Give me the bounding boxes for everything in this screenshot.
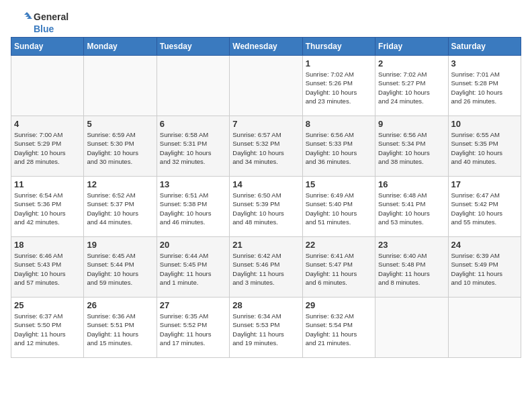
calendar-cell: 22Sunrise: 6:41 AM Sunset: 5:47 PM Dayli… — [302, 237, 375, 298]
day-info: Sunrise: 6:45 AM Sunset: 5:44 PM Dayligh… — [87, 251, 153, 287]
day-info: Sunrise: 7:00 AM Sunset: 5:29 PM Dayligh… — [14, 130, 81, 166]
week-row-4: 18Sunrise: 6:46 AM Sunset: 5:43 PM Dayli… — [11, 237, 521, 298]
day-info: Sunrise: 6:56 AM Sunset: 5:33 PM Dayligh… — [306, 130, 372, 166]
day-info: Sunrise: 6:55 AM Sunset: 5:35 PM Dayligh… — [451, 130, 518, 166]
day-number: 14 — [232, 179, 299, 189]
logo-blue-text: Blue — [34, 24, 54, 34]
header-cell-monday: Monday — [84, 38, 157, 56]
day-number: 4 — [14, 119, 81, 129]
calendar-cell: 2Sunrise: 7:02 AM Sunset: 5:27 PM Daylig… — [375, 56, 448, 116]
day-number: 22 — [306, 240, 372, 250]
week-row-2: 4Sunrise: 7:00 AM Sunset: 5:29 PM Daylig… — [11, 116, 521, 177]
calendar-cell: 15Sunrise: 6:49 AM Sunset: 5:40 PM Dayli… — [302, 177, 375, 237]
calendar-body: 1Sunrise: 7:02 AM Sunset: 5:26 PM Daylig… — [11, 56, 521, 358]
day-number: 29 — [306, 300, 372, 310]
day-number: 23 — [378, 240, 445, 250]
day-number: 2 — [378, 58, 445, 68]
calendar-cell: 27Sunrise: 6:35 AM Sunset: 5:52 PM Dayli… — [157, 298, 229, 358]
header-cell-sunday: Sunday — [11, 38, 84, 56]
day-info: Sunrise: 7:01 AM Sunset: 5:28 PM Dayligh… — [451, 70, 518, 105]
day-info: Sunrise: 6:46 AM Sunset: 5:43 PM Dayligh… — [14, 251, 81, 287]
day-info: Sunrise: 6:39 AM Sunset: 5:49 PM Dayligh… — [451, 251, 518, 287]
header-cell-friday: Friday — [375, 38, 448, 56]
day-number: 11 — [14, 179, 81, 189]
calendar-cell: 13Sunrise: 6:51 AM Sunset: 5:38 PM Dayli… — [157, 177, 229, 237]
calendar-cell — [157, 56, 229, 116]
day-info: Sunrise: 6:42 AM Sunset: 5:46 PM Dayligh… — [232, 251, 299, 287]
day-number: 21 — [232, 240, 299, 250]
day-number: 7 — [232, 119, 299, 129]
day-info: Sunrise: 7:02 AM Sunset: 5:26 PM Dayligh… — [306, 70, 372, 105]
day-info: Sunrise: 6:44 AM Sunset: 5:45 PM Dayligh… — [160, 251, 226, 287]
day-info: Sunrise: 6:32 AM Sunset: 5:54 PM Dayligh… — [306, 312, 372, 347]
header-cell-thursday: Thursday — [302, 38, 375, 56]
calendar-cell — [375, 298, 448, 358]
calendar-cell: 14Sunrise: 6:50 AM Sunset: 5:39 PM Dayli… — [230, 177, 302, 237]
calendar-cell: 9Sunrise: 6:56 AM Sunset: 5:34 PM Daylig… — [375, 116, 448, 177]
day-info: Sunrise: 6:56 AM Sunset: 5:34 PM Dayligh… — [378, 130, 445, 166]
day-info: Sunrise: 6:41 AM Sunset: 5:47 PM Dayligh… — [306, 251, 372, 287]
calendar-cell: 1Sunrise: 7:02 AM Sunset: 5:26 PM Daylig… — [302, 56, 375, 116]
day-number: 16 — [378, 179, 445, 189]
day-number: 15 — [306, 179, 372, 189]
calendar-cell: 16Sunrise: 6:48 AM Sunset: 5:41 PM Dayli… — [375, 177, 448, 237]
logo: General Blue — [11, 11, 69, 34]
day-info: Sunrise: 6:49 AM Sunset: 5:40 PM Dayligh… — [306, 191, 372, 226]
calendar-table: SundayMondayTuesdayWednesdayThursdayFrid… — [11, 37, 521, 358]
calendar-cell: 11Sunrise: 6:54 AM Sunset: 5:36 PM Dayli… — [11, 177, 84, 237]
day-info: Sunrise: 6:47 AM Sunset: 5:42 PM Dayligh… — [451, 191, 518, 226]
calendar-cell: 23Sunrise: 6:40 AM Sunset: 5:48 PM Dayli… — [375, 237, 448, 298]
day-number: 8 — [306, 119, 372, 129]
calendar-cell: 6Sunrise: 6:58 AM Sunset: 5:31 PM Daylig… — [157, 116, 229, 177]
calendar-cell: 3Sunrise: 7:01 AM Sunset: 5:28 PM Daylig… — [448, 56, 521, 116]
page-header: General Blue — [11, 11, 521, 34]
day-info: Sunrise: 6:52 AM Sunset: 5:37 PM Dayligh… — [87, 191, 153, 226]
logo-general-text: General — [34, 11, 69, 22]
day-number: 19 — [87, 240, 153, 250]
calendar-cell: 28Sunrise: 6:34 AM Sunset: 5:53 PM Dayli… — [230, 298, 302, 358]
day-number: 18 — [14, 240, 81, 250]
day-info: Sunrise: 6:36 AM Sunset: 5:51 PM Dayligh… — [87, 312, 153, 347]
day-number: 12 — [87, 179, 153, 189]
day-info: Sunrise: 6:51 AM Sunset: 5:38 PM Dayligh… — [160, 191, 226, 226]
day-number: 6 — [160, 119, 226, 129]
logo-wordmark: General Blue — [11, 11, 69, 34]
day-info: Sunrise: 6:37 AM Sunset: 5:50 PM Dayligh… — [14, 312, 81, 347]
svg-marker-1 — [24, 12, 30, 15]
day-info: Sunrise: 6:35 AM Sunset: 5:52 PM Dayligh… — [160, 312, 226, 347]
day-number: 26 — [87, 300, 153, 310]
calendar-cell — [84, 56, 157, 116]
logo-icon — [11, 12, 32, 34]
calendar-cell: 21Sunrise: 6:42 AM Sunset: 5:46 PM Dayli… — [230, 237, 302, 298]
week-row-1: 1Sunrise: 7:02 AM Sunset: 5:26 PM Daylig… — [11, 56, 521, 116]
calendar-cell — [11, 56, 84, 116]
calendar-cell: 24Sunrise: 6:39 AM Sunset: 5:49 PM Dayli… — [448, 237, 521, 298]
header-cell-saturday: Saturday — [448, 38, 521, 56]
day-info: Sunrise: 6:48 AM Sunset: 5:41 PM Dayligh… — [378, 191, 445, 226]
calendar-cell: 29Sunrise: 6:32 AM Sunset: 5:54 PM Dayli… — [302, 298, 375, 358]
day-info: Sunrise: 6:58 AM Sunset: 5:31 PM Dayligh… — [160, 130, 226, 166]
week-row-3: 11Sunrise: 6:54 AM Sunset: 5:36 PM Dayli… — [11, 177, 521, 237]
calendar-cell: 20Sunrise: 6:44 AM Sunset: 5:45 PM Dayli… — [157, 237, 229, 298]
day-number: 13 — [160, 179, 226, 189]
day-number: 17 — [451, 179, 518, 189]
day-info: Sunrise: 6:57 AM Sunset: 5:32 PM Dayligh… — [232, 130, 299, 166]
header-cell-wednesday: Wednesday — [230, 38, 302, 56]
day-number: 3 — [451, 58, 518, 68]
day-number: 25 — [14, 300, 81, 310]
calendar-cell: 18Sunrise: 6:46 AM Sunset: 5:43 PM Dayli… — [11, 237, 84, 298]
header-row: SundayMondayTuesdayWednesdayThursdayFrid… — [11, 38, 521, 56]
calendar-cell: 5Sunrise: 6:59 AM Sunset: 5:30 PM Daylig… — [84, 116, 157, 177]
calendar-cell: 17Sunrise: 6:47 AM Sunset: 5:42 PM Dayli… — [448, 177, 521, 237]
day-number: 5 — [87, 119, 153, 129]
calendar-cell: 10Sunrise: 6:55 AM Sunset: 5:35 PM Dayli… — [448, 116, 521, 177]
calendar-cell: 4Sunrise: 7:00 AM Sunset: 5:29 PM Daylig… — [11, 116, 84, 177]
day-info: Sunrise: 6:40 AM Sunset: 5:48 PM Dayligh… — [378, 251, 445, 287]
day-number: 10 — [451, 119, 518, 129]
calendar-header: SundayMondayTuesdayWednesdayThursdayFrid… — [11, 38, 521, 56]
day-number: 27 — [160, 300, 226, 310]
calendar-cell: 7Sunrise: 6:57 AM Sunset: 5:32 PM Daylig… — [230, 116, 302, 177]
day-number: 9 — [378, 119, 445, 129]
day-info: Sunrise: 6:54 AM Sunset: 5:36 PM Dayligh… — [14, 191, 81, 226]
logo-text-container: General Blue — [34, 11, 69, 34]
